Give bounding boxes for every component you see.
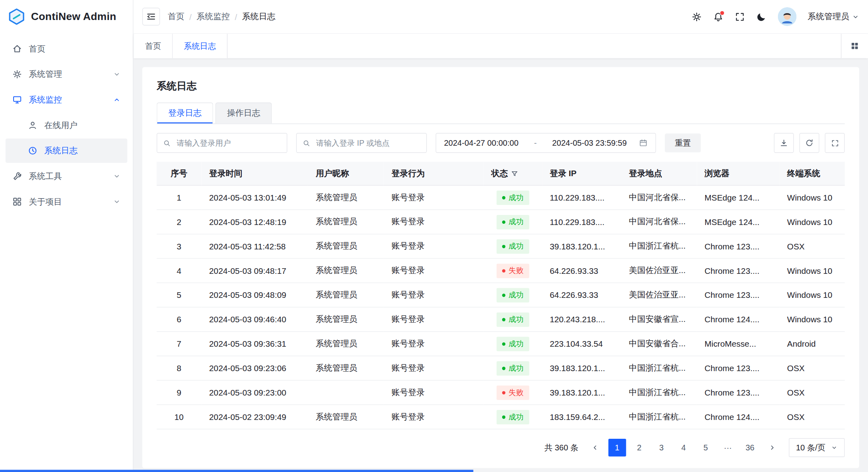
status-badge: 成功 (496, 239, 529, 253)
cell-no: 6 (156, 307, 201, 331)
filter-funnel-icon[interactable] (511, 170, 518, 177)
tab-system-log[interactable]: 系统日志 (173, 34, 228, 58)
col-header-time: 登录时间 (201, 162, 308, 185)
sidebar-item-system-tools[interactable]: 系统工具 (6, 164, 127, 189)
cell-browser: Chrome 123.... (697, 356, 779, 380)
avatar[interactable] (778, 7, 797, 26)
table-row: 10 2024-05-02 23:09:49 系统管理员 账号登录 成功 183… (156, 405, 844, 429)
table-row: 5 2024-05-03 09:48:09 系统管理员 账号登录 成功 64.2… (156, 283, 844, 307)
cell-time: 2024-05-03 12:48:19 (201, 210, 308, 234)
cell-ip: 120.243.218.... (542, 307, 621, 331)
tab-actions-button[interactable] (841, 34, 868, 58)
cell-ip: 183.159.64.2... (542, 405, 621, 429)
cell-ip: 223.104.33.54 (542, 331, 621, 356)
sidebar-item-online-users[interactable]: 在线用户 (6, 113, 127, 137)
cell-behavior: 账号登录 (384, 356, 483, 380)
tab-operation-log[interactable]: 操作日志 (215, 102, 272, 124)
app-root: ContiNew Admin 首页 系统管理 (0, 0, 868, 472)
reset-button[interactable]: 重置 (665, 133, 701, 152)
pagination-page-4[interactable]: 4 (675, 439, 692, 456)
app-title: ContiNew Admin (31, 10, 116, 22)
expand-icon (831, 139, 839, 147)
breadcrumb-item-monitor[interactable]: 系统监控 (196, 11, 230, 22)
pagination-page-5[interactable]: 5 (697, 439, 714, 456)
table-row: 8 2024-05-03 09:23:06 系统管理员 账号登录 成功 39.1… (156, 356, 844, 380)
status-badge: 成功 (496, 190, 529, 205)
chevron-left-icon (591, 444, 599, 451)
tab-home[interactable]: 首页 (133, 34, 172, 58)
app-logo[interactable]: ContiNew Admin (0, 0, 133, 33)
dark-mode-moon-icon[interactable] (756, 11, 767, 22)
cell-location: 中国安徽省宣... (621, 307, 697, 331)
notification-bell-icon[interactable] (713, 11, 724, 22)
login-log-table: 序号 登录时间 用户昵称 登录行为 状态 (156, 162, 844, 429)
cell-browser: Chrome 123.... (697, 234, 779, 259)
user-menu[interactable]: 系统管理员 (808, 11, 859, 22)
pagination-page-2[interactable]: 2 (630, 439, 648, 456)
sidebar-item-system-monitor[interactable]: 系统监控 (6, 88, 127, 112)
fullscreen-icon[interactable] (735, 11, 745, 22)
cell-time: 2024-05-03 09:23:06 (201, 356, 308, 380)
cell-os: OSX (779, 405, 844, 429)
login-user-input[interactable] (176, 138, 281, 148)
date-range-picker[interactable]: 2024-04-27 00:00:00 - 2024-05-03 23:59:5… (436, 133, 656, 153)
pagination-more-button[interactable]: ··· (719, 439, 737, 456)
download-button[interactable] (774, 133, 794, 153)
cell-behavior: 账号登录 (384, 210, 483, 234)
chevron-down-icon (113, 198, 120, 205)
pagination-next-button[interactable] (763, 439, 781, 456)
content-area: 系统日志 登录日志 操作日志 (133, 58, 868, 472)
cell-status: 成功 (483, 234, 542, 259)
tab-label: 首页 (145, 41, 161, 51)
cell-time: 2024-05-02 23:09:49 (201, 405, 308, 429)
cell-time: 2024-05-03 13:01:49 (201, 185, 308, 210)
login-ip-input[interactable] (315, 138, 421, 148)
cell-nickname: 系统管理员 (308, 331, 384, 356)
cell-os: OSX (779, 380, 844, 405)
wrench-icon (12, 171, 22, 181)
cell-behavior: 账号登录 (384, 234, 483, 259)
tab-label: 系统日志 (184, 41, 216, 51)
sidebar-item-system-log[interactable]: 系统日志 (6, 139, 127, 163)
cell-behavior: 账号登录 (384, 283, 483, 307)
login-user-search[interactable] (156, 133, 287, 153)
sidebar-item-home[interactable]: 首页 (6, 36, 127, 61)
login-ip-search[interactable] (296, 133, 427, 153)
breadcrumb-separator: / (189, 12, 192, 22)
sidebar-collapse-button[interactable] (142, 8, 160, 25)
sidebar-item-label: 在线用户 (44, 120, 121, 131)
cell-time: 2024-05-03 09:36:31 (201, 331, 308, 356)
cell-status: 成功 (483, 356, 542, 380)
cell-location: 中国河北省保... (621, 210, 697, 234)
cell-status: 成功 (483, 307, 542, 331)
pagination-page-last[interactable]: 36 (741, 439, 759, 456)
settings-gear-icon[interactable] (692, 11, 702, 22)
sidebar-item-label: 系统日志 (44, 145, 121, 156)
pagination-prev-button[interactable] (586, 439, 604, 456)
cell-os: Windows 10 (779, 283, 844, 307)
refresh-button[interactable] (799, 133, 819, 153)
tab-login-log[interactable]: 登录日志 (156, 102, 213, 124)
cell-os: Windows 10 (779, 210, 844, 234)
page-size-select[interactable]: 10 条/页 (789, 438, 845, 457)
date-end-value[interactable]: 2024-05-03 23:59:59 (552, 139, 627, 147)
cell-location: 中国浙江省杭... (621, 356, 697, 380)
status-badge: 成功 (496, 312, 529, 327)
pagination-page-1[interactable]: 1 (608, 439, 626, 456)
sidebar-item-system-management[interactable]: 系统管理 (6, 62, 127, 86)
col-header-no: 序号 (156, 162, 201, 185)
pagination-page-3[interactable]: 3 (653, 439, 670, 456)
expand-button[interactable] (825, 133, 845, 153)
cell-ip: 39.183.120.1... (542, 380, 621, 405)
cell-browser: Chrome 123.... (697, 259, 779, 283)
cell-behavior: 账号登录 (384, 259, 483, 283)
col-header-status: 状态 (483, 162, 542, 185)
sidebar-item-about-project[interactable]: 关于项目 (6, 189, 127, 214)
sidebar-item-label: 系统监控 (29, 94, 106, 105)
breadcrumb-item-home[interactable]: 首页 (168, 11, 184, 22)
grid-icon (12, 197, 22, 207)
date-start-value[interactable]: 2024-04-27 00:00:00 (444, 139, 518, 147)
calendar-icon (639, 139, 648, 147)
cell-browser: Chrome 124.... (697, 405, 779, 429)
chevron-down-icon (113, 172, 120, 180)
